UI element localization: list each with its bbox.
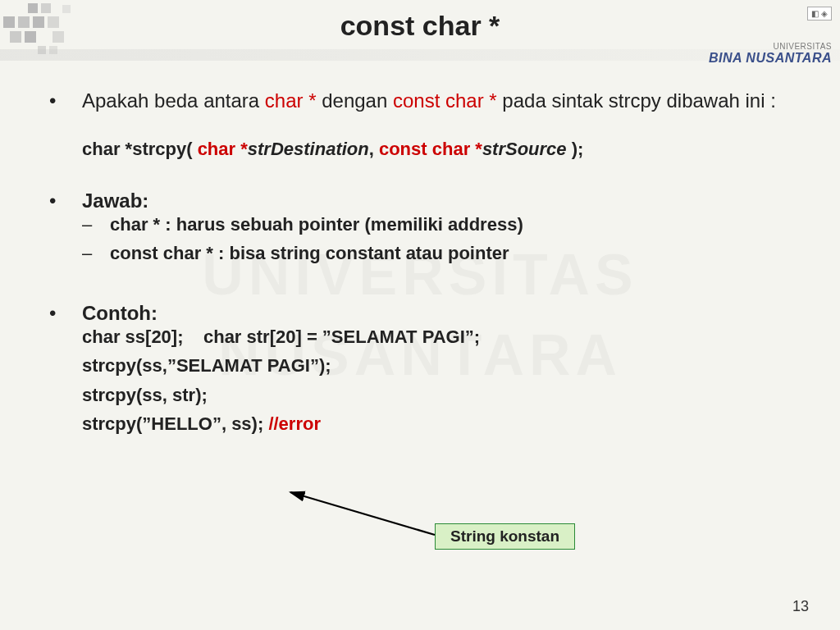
answer-line2: – const char * : bisa string constant at… (82, 242, 799, 265)
code-line-2: strcpy(ss,”SELAMAT PAGI”); (82, 354, 799, 377)
arrow-icon (279, 486, 443, 543)
function-signature: char *strcpy( char *strDestination, cons… (82, 138, 799, 161)
q-pre: Apakah beda antara (82, 89, 265, 112)
logo-area: ◧ ◈ UNIVERSITAS BINA NUSANTARA (692, 5, 832, 66)
example-heading-bullet: • Contoh: (49, 301, 799, 326)
slide-content: • Apakah beda antara char * dengan const… (49, 89, 799, 436)
code-line-4: strcpy(”HELLO”, ss); //error (82, 413, 799, 436)
answer-heading: Jawab: (82, 189, 148, 213)
q-mid: dengan (317, 89, 393, 112)
func-g: ); (567, 139, 584, 159)
dash-mark: – (82, 242, 110, 265)
logo-main: BINA NUSANTARA (692, 51, 832, 66)
svg-line-0 (290, 492, 435, 535)
question-text: Apakah beda antara char * dengan const c… (82, 89, 776, 113)
answer-heading-bullet: • Jawab: (49, 189, 799, 213)
bullet-mark: • (49, 301, 82, 326)
example-code: char ss[20]; char str[20] = ”SELAMAT PAG… (82, 326, 799, 436)
code-line-3: strcpy(ss, str); (82, 384, 799, 407)
logo-badge-icon: ◧ ◈ (807, 7, 832, 21)
answer-line1: – char * : harus sebuah pointer (memilik… (82, 213, 799, 236)
code-line-4a: strcpy(”HELLO”, ss); (82, 413, 268, 434)
q-kw2: const char * (393, 89, 497, 112)
code-line-4b: //error (268, 413, 321, 434)
callout-label: String konstan (450, 527, 559, 545)
func-e: const char * (379, 139, 482, 159)
func-f: strSource (482, 139, 567, 159)
example-heading: Contoh: (82, 301, 158, 326)
func-d: , (369, 139, 379, 159)
func-b: char * (198, 139, 248, 159)
dash-mark: – (82, 213, 110, 236)
code-line-1: char ss[20]; char str[20] = ”SELAMAT PAG… (82, 326, 799, 349)
question-bullet: • Apakah beda antara char * dengan const… (49, 89, 799, 113)
callout-string-konstan: String konstan (435, 523, 575, 550)
q-kw1: char * (265, 89, 317, 112)
page-number: 13 (792, 598, 809, 615)
answer-line1-text: char * : harus sebuah pointer (memiliki … (110, 213, 523, 236)
answer-line2-text: const char * : bisa string constant atau… (110, 242, 509, 265)
bullet-mark: • (49, 89, 82, 113)
q-post: pada sintak strcpy dibawah ini : (497, 89, 776, 112)
logo-sub: UNIVERSITAS (692, 42, 832, 51)
bullet-mark: • (49, 189, 82, 213)
func-c: strDestination (248, 139, 369, 159)
func-a: char *strcpy( (82, 139, 198, 159)
